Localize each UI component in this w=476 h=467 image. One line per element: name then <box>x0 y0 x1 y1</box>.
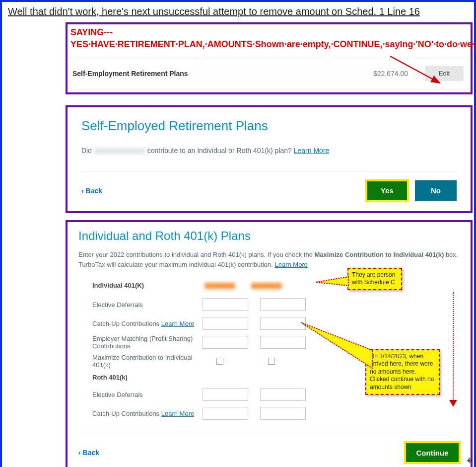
back-link[interactable]: Back <box>81 187 102 195</box>
question-suffix: contribute to an Individual or Roth 401(… <box>147 147 294 155</box>
cursor-icon: ⌖ <box>467 454 473 467</box>
section-individual-401k: Individual 401(K) <box>92 282 197 289</box>
intro-bold: Maximize Contribution to Individual 401(… <box>315 251 444 258</box>
annotation-box-1: SAYING---YES·HAVE·RETIREMENT·PLAN,·AMOUN… <box>66 22 473 94</box>
callout-schedule-c: They are person with Schedule C <box>347 268 402 290</box>
divider <box>81 171 457 171</box>
summary-row-1: Self-Employment Retirement Plans $22,674… <box>68 58 470 89</box>
edit-button[interactable]: Edit <box>425 66 464 81</box>
annotation-box-3: Individual and Roth 401(k) Plans Enter y… <box>66 220 473 467</box>
row-catchup-roth: Catch-Up Contributions Learn More <box>92 410 197 417</box>
question-prefix: Did <box>81 147 94 155</box>
input-field[interactable] <box>260 298 306 311</box>
dashed-arrow-head-icon <box>449 400 457 407</box>
row-catchup-roth-text: Catch-Up Contributions <box>92 410 161 417</box>
input-field[interactable] <box>260 388 306 401</box>
red-comment-1: SAYING---YES·HAVE·RETIREMENT·PLAN,·AMOUN… <box>68 24 471 54</box>
no-button[interactable]: No <box>415 180 457 201</box>
summary-label: Self-Employment Retirement Plans <box>72 70 373 78</box>
question-text: Did contribute to an Individual or Roth … <box>81 146 457 156</box>
svg-marker-1 <box>316 277 348 286</box>
row-maximize: Maximize Contribution to Individual 401(… <box>92 354 197 369</box>
continue-button[interactable]: Continue <box>405 442 460 463</box>
row-elective-deferrals-roth: Elective Deferrals <box>92 391 197 398</box>
redacted-col-header <box>204 283 235 289</box>
callout-pointer-icon <box>299 320 373 370</box>
divider <box>78 433 460 433</box>
intro-text: Enter your 2022 contributions to individ… <box>78 250 460 271</box>
row-catchup-text: Catch-Up Contributions <box>92 320 161 327</box>
learn-more-link[interactable]: Learn More <box>161 320 194 327</box>
input-field[interactable] <box>203 407 248 420</box>
row-employer-match: Employer Matching (Profit Sharing) Contr… <box>92 335 197 350</box>
learn-more-link[interactable]: Learn More <box>161 410 194 417</box>
summary-amount: $22,674.00 <box>373 70 408 78</box>
intro-a: Enter your 2022 contributions to individ… <box>78 251 315 258</box>
redacted-col-header <box>251 283 282 289</box>
checkbox[interactable] <box>268 358 275 365</box>
learn-more-link[interactable]: Learn More <box>294 147 330 155</box>
learn-more-link[interactable]: Learn More <box>274 261 307 268</box>
heading-text: Well that didn't work, here's next unsuc… <box>8 6 469 17</box>
checkbox[interactable] <box>216 358 223 365</box>
redacted-name <box>94 148 145 154</box>
panel-title: Self-Employed Retirement Plans <box>81 118 457 134</box>
input-field[interactable] <box>260 407 306 420</box>
input-field[interactable] <box>203 298 248 311</box>
yes-button[interactable]: Yes <box>366 180 408 201</box>
row-catchup: Catch-Up Contributions Learn More <box>92 320 197 327</box>
input-field[interactable] <box>203 336 248 349</box>
svg-marker-2 <box>301 322 372 368</box>
annotation-box-2: Self-Employed Retirement Plans Did contr… <box>66 105 473 213</box>
row-elective-deferrals: Elective Deferrals <box>92 301 197 309</box>
callout-pointer-icon <box>315 275 349 290</box>
back-link[interactable]: Back <box>78 449 99 457</box>
input-field[interactable] <box>203 317 248 330</box>
panel-title: Individual and Roth 401(k) Plans <box>78 229 460 243</box>
dashed-arrow-line <box>453 292 454 401</box>
document-frame: Well that didn't work, here's next unsuc… <box>0 0 476 467</box>
callout-no-amounts: On 3/14/2023, when arrived here, there w… <box>365 349 440 395</box>
input-field[interactable] <box>203 388 248 401</box>
